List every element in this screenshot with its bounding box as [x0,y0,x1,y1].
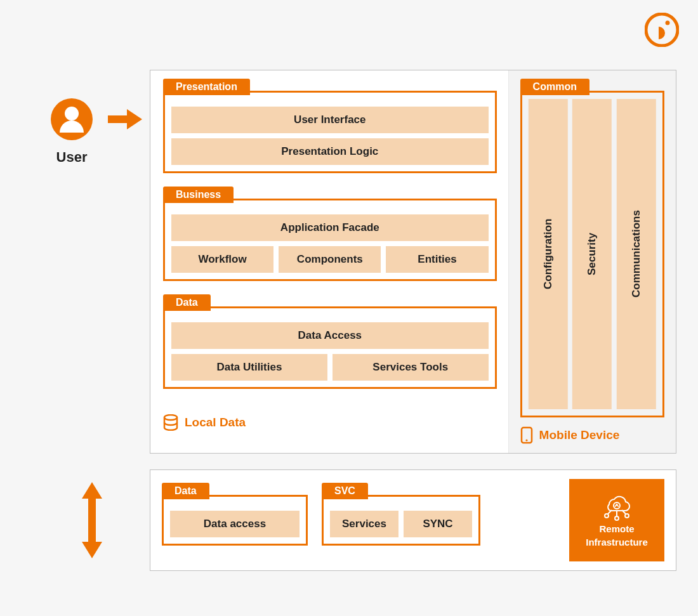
block-user-interface: User Interface [171,107,489,133]
data-layer: Data Data Access Data Utilities Services… [163,306,497,389]
user-icon [51,98,93,140]
remote-infrastructure: Remote Infrastructure [569,479,664,561]
local-data-footer: Local Data [163,414,497,431]
mobile-device-footer: Mobile Device [520,426,664,444]
remote-container: Data Data access SVC Services SYNC Remot… [150,469,676,571]
svg-point-14 [605,514,609,518]
mobile-device-label: Mobile Device [539,428,620,442]
block-data-access: Data Access [171,322,489,349]
block-data-utilities: Data Utilities [171,354,327,381]
common-layer: Common Configuration Security Communicat… [520,91,664,417]
block-entities: Entities [386,246,488,273]
block-workflow: Workflow [171,246,273,273]
device-container: Presentation User Interface Presentation… [150,70,676,454]
cloud-network-icon [600,493,633,521]
svg-point-15 [615,516,619,520]
block-configuration: Configuration [529,99,568,409]
remote-label-2: Infrastructure [586,537,648,547]
svg-marker-11 [82,542,102,558]
common-pane: Common Configuration Security Communicat… [508,70,676,453]
svg-point-8 [525,439,527,441]
brand-logo-icon [645,13,679,49]
remote-data-layer: Data Data access [162,495,308,546]
arrow-right-icon [108,107,143,134]
block-communications: Communications [617,99,656,409]
user-label: User [51,149,93,166]
remote-data-tab: Data [162,483,209,499]
business-tab: Business [163,187,234,203]
block-services-tools: Services Tools [333,354,489,381]
common-tab: Common [520,79,589,95]
presentation-tab: Presentation [163,79,250,95]
block-remote-data-access: Data access [170,511,300,537]
svg-point-16 [625,514,629,518]
remote-label-1: Remote [599,523,634,534]
svg-marker-5 [127,109,142,129]
data-tab: Data [163,294,211,311]
local-data-label: Local Data [185,416,246,429]
database-icon [163,414,178,431]
presentation-layer: Presentation User Interface Presentation… [163,91,497,173]
mobile-icon [520,426,533,444]
layered-architecture-pane: Presentation User Interface Presentation… [150,70,508,453]
svg-point-6 [164,415,177,420]
svg-point-1 [666,21,670,25]
business-layer: Business Application Facade Workflow Com… [163,199,497,281]
user-actor: User [51,98,93,166]
sync-arrow-icon [79,482,105,561]
block-presentation-logic: Presentation Logic [171,138,489,165]
svc-tab: SVC [322,483,368,499]
svg-rect-4 [108,115,127,123]
block-sync: SYNC [404,511,472,537]
block-security: Security [572,99,612,409]
block-application-facade: Application Facade [171,214,489,241]
block-components: Components [279,246,381,273]
svc-layer: SVC Services SYNC [322,495,480,546]
block-services: Services [330,511,398,537]
svg-rect-10 [88,497,96,543]
svg-marker-9 [82,482,102,499]
svg-point-3 [65,107,79,121]
